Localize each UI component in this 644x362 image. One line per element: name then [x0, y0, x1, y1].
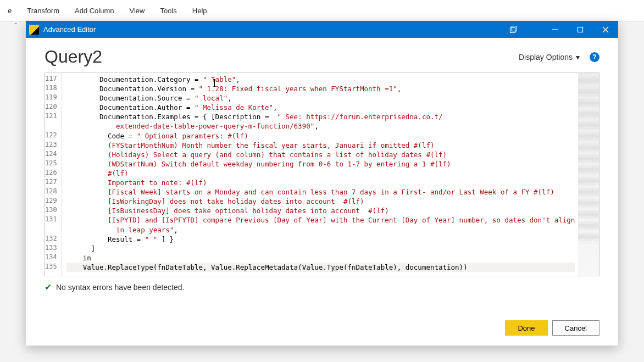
- gutter-line: 130: [45, 206, 62, 215]
- gutter-line: 126: [45, 169, 62, 178]
- gutter-line: 121: [45, 112, 62, 121]
- display-options-dropdown[interactable]: Display Options ▾: [519, 53, 580, 62]
- cancel-button[interactable]: Cancel: [552, 320, 599, 336]
- query-name: Query2: [45, 47, 102, 67]
- display-options-label: Display Options: [519, 53, 573, 62]
- line-gutter: 117 118 119 120 121 122 123 124 125 126 …: [45, 73, 62, 276]
- gutter-line: 118: [45, 84, 62, 93]
- ribbon-tab-transform[interactable]: Transform: [19, 7, 67, 15]
- gutter-line: 129: [45, 197, 62, 206]
- gutter-line: 127: [45, 178, 62, 187]
- syntax-status-text: No syntax errors have been detected.: [56, 283, 184, 292]
- syntax-status: ✔ No syntax errors have been detected.: [45, 282, 599, 292]
- gutter-line: 128: [45, 187, 62, 197]
- ribbon-tab-help[interactable]: Help: [185, 7, 215, 15]
- gutter-line: 135: [45, 263, 62, 272]
- ribbon-tab-tools[interactable]: Tools: [152, 7, 184, 15]
- gutter-line: 120: [45, 103, 62, 112]
- gutter-line: 134: [45, 253, 62, 263]
- modal-body: Query2 Display Options ▾ ? 117 118 119 1…: [26, 38, 618, 298]
- code-area[interactable]: I Documentation.Category = " Table", Doc…: [62, 73, 579, 276]
- advanced-editor-window: Advanced Editor Query2 Display Options ▾…: [26, 21, 618, 346]
- popout-icon[interactable]: [501, 21, 526, 38]
- ribbon-tab-e[interactable]: e: [5, 7, 19, 15]
- gutter-line: 124: [45, 150, 62, 159]
- svg-rect-1: [512, 26, 517, 31]
- gutter-line: 131: [45, 215, 62, 225]
- close-button[interactable]: [593, 21, 618, 38]
- minimize-button[interactable]: [542, 21, 568, 38]
- chevron-down-icon: ▾: [576, 53, 580, 62]
- minimap-preview: [578, 73, 599, 243]
- gutter-line: 117: [45, 75, 62, 84]
- minimap[interactable]: [578, 73, 599, 276]
- ribbon-tab-view[interactable]: View: [122, 7, 153, 15]
- gutter-line: 122: [45, 131, 62, 141]
- maximize-button[interactable]: [568, 21, 593, 38]
- check-icon: ✔: [45, 282, 52, 292]
- titlebar: Advanced Editor: [26, 21, 618, 38]
- done-button[interactable]: Done: [505, 320, 547, 336]
- app-icon: [29, 25, 39, 35]
- dialog-footer: Done Cancel: [505, 320, 599, 336]
- text-cursor-icon: I: [213, 79, 216, 88]
- gutter-line: [45, 121, 62, 131]
- gutter-line: 132: [45, 235, 62, 244]
- gutter-line: 125: [45, 159, 62, 169]
- ribbon: e Transform Add Column View Tools Help: [0, 0, 644, 21]
- gutter-line: [45, 225, 62, 235]
- ribbon-tab-addcolumn[interactable]: Add Column: [67, 7, 122, 15]
- gutter-line: 133: [45, 244, 62, 253]
- code-editor[interactable]: 117 118 119 120 121 122 123 124 125 126 …: [45, 73, 599, 276]
- gutter-line: 123: [45, 141, 62, 150]
- gutter-line: 119: [45, 93, 62, 103]
- ribbon-overflow-icon[interactable]: ⁼: [14, 21, 17, 27]
- help-icon[interactable]: ?: [590, 52, 599, 62]
- window-title: Advanced Editor: [43, 25, 501, 34]
- svg-rect-0: [510, 27, 515, 32]
- svg-rect-3: [578, 27, 583, 32]
